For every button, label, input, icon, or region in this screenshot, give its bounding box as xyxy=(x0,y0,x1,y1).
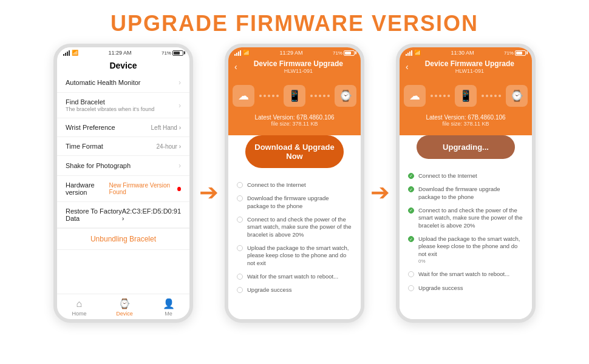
chevron-icon: › xyxy=(179,101,181,110)
phone3-filesize: file size: 378.11 KB xyxy=(400,121,532,127)
step-item: ✓ Download the firmware upgrade package … xyxy=(408,186,523,201)
me-icon: 👤 xyxy=(163,298,175,309)
dot xyxy=(490,95,492,97)
menu-shake[interactable]: Shake for Photograph › xyxy=(57,156,189,176)
step-label: Upload the package to the smart watch, p… xyxy=(418,235,523,258)
phone1-content: Automatic Health Monitor › Find Bracelet… xyxy=(57,73,189,294)
phone-icon: 📱 xyxy=(284,85,305,107)
menu-label: Shake for Photograph xyxy=(66,162,131,169)
nav-device-label: Device xyxy=(116,311,133,317)
dot xyxy=(264,95,266,97)
menu-label: Time Format xyxy=(66,143,103,150)
wifi-icon: 📶 xyxy=(72,50,78,56)
chevron-icon: › xyxy=(179,161,181,170)
restore-label: Restore To Factory Data xyxy=(66,207,122,222)
phone1-status-bar: 📶 11:29 AM 71% xyxy=(57,47,189,57)
hw-version-value: New Firmware Version Found xyxy=(109,182,175,195)
phone2-version: Latest Version: 67B.4860.106 xyxy=(228,114,361,121)
arrow1: ➔ xyxy=(199,181,219,204)
phone2-graphic: ☁ 📱 ⌚ xyxy=(228,79,361,114)
step-dot xyxy=(237,217,243,223)
step-dot xyxy=(237,245,243,251)
restore-value: A2:C3:EF:D5:D0:91 › xyxy=(122,207,181,222)
step-item: Connect to the Internet xyxy=(237,181,352,189)
phone1-battery-pct: 71% xyxy=(162,50,171,56)
step-label: Upload the package to the smart watch, p… xyxy=(247,244,352,267)
dot xyxy=(276,95,279,97)
phone3-battery-pct: 71% xyxy=(504,50,514,56)
nav-me-label: Me xyxy=(165,311,172,317)
phone3-graphic: ☁ 📱 ⌚ xyxy=(400,79,532,114)
menu-right-val: 24-hour › xyxy=(156,143,181,150)
menu-wrist[interactable]: Wrist Preference Left Hand › xyxy=(57,118,189,137)
phone2-header: ‹ Device Firmware Upgrade HLW11-091 xyxy=(228,57,361,79)
step-item: ✓ Connect to and check the power of the … xyxy=(408,207,523,229)
menu-label: Find Bracelet xyxy=(66,98,154,106)
phone1-header: Device xyxy=(57,57,189,73)
battery-icon xyxy=(515,50,526,56)
dot xyxy=(486,95,488,97)
step-dot-done: ✓ xyxy=(408,173,414,179)
step-label: Download the firmware upgrade package to… xyxy=(247,195,352,210)
signal-icon xyxy=(406,50,412,56)
step-dot xyxy=(237,195,243,201)
battery-icon xyxy=(344,50,355,56)
step-item: Upload the package to the smart watch, p… xyxy=(237,244,352,267)
phones-row: 📶 11:29 AM 71% Device Automatic Health M… xyxy=(0,44,589,323)
download-upgrade-button[interactable]: Download & Upgrade Now xyxy=(245,135,344,168)
unbundle-button[interactable]: Unbundling Bracelet xyxy=(57,228,189,250)
menu-find-bracelet[interactable]: Find Bracelet The bracelet vibrates when… xyxy=(57,93,189,118)
hw-version-label: Hardware version xyxy=(66,181,109,196)
phone1: 📶 11:29 AM 71% Device Automatic Health M… xyxy=(53,44,193,323)
step-dot xyxy=(237,182,243,188)
step-item: Upgrade success xyxy=(237,286,352,294)
nav-home[interactable]: ⌂ Home xyxy=(72,298,86,317)
restore-row[interactable]: Restore To Factory Data A2:C3:EF:D5:D0:9… xyxy=(57,202,189,228)
step-item: Wait for the smart watch to reboot... xyxy=(408,271,523,278)
phone3-sub: HLW11-091 xyxy=(414,68,526,74)
home-icon: ⌂ xyxy=(77,298,83,309)
nav-me[interactable]: 👤 Me xyxy=(163,298,175,317)
device-icon: ⌚ xyxy=(118,298,131,309)
signal-icon xyxy=(63,50,70,56)
phone2-battery-pct: 71% xyxy=(333,50,342,56)
battery-icon xyxy=(172,50,183,56)
step-label: Connect to the Internet xyxy=(247,181,306,189)
dot xyxy=(268,95,270,97)
dot xyxy=(499,95,501,97)
phone2-time: 11:29 AM xyxy=(279,50,302,56)
upgrading-button: Upgrading... xyxy=(417,135,515,159)
step-label: Wait for the smart watch to reboot... xyxy=(247,273,338,280)
phone2-sub: HLW11-091 xyxy=(242,68,355,74)
step-item: Download the firmware upgrade package to… xyxy=(237,195,352,210)
dot xyxy=(323,95,325,97)
step-item: Wait for the smart watch to reboot... xyxy=(237,273,352,280)
back-arrow-icon[interactable]: ‹ xyxy=(234,62,237,72)
dot xyxy=(272,95,274,97)
cloud-icon: ☁ xyxy=(404,85,426,107)
back-arrow-icon[interactable]: ‹ xyxy=(406,62,409,72)
phone3-steps: ✓ Connect to the Internet ✓ Download the… xyxy=(400,167,532,319)
step-label: Upgrade success xyxy=(418,285,463,292)
hw-badge: New Firmware Version Found xyxy=(109,182,181,195)
phone2-title: Device Firmware Upgrade xyxy=(242,59,355,68)
dot xyxy=(431,95,433,97)
phone1-time: 11:29 AM xyxy=(108,50,131,56)
step-label: Connect to the Internet xyxy=(418,172,477,180)
menu-time-format[interactable]: Time Format 24-hour › xyxy=(57,137,189,156)
menu-auto-health[interactable]: Automatic Health Monitor › xyxy=(57,73,189,93)
watch-icon: ⌚ xyxy=(506,85,528,107)
dot xyxy=(482,95,484,97)
phone3-status-bar: 📶 11:30 AM 71% xyxy=(400,47,532,57)
menu-subtitle: The bracelet vibrates when it's found xyxy=(66,106,154,112)
step-item: ✓ Upload the package to the smart watch,… xyxy=(408,235,523,265)
phone2-version-info: Latest Version: 67B.4860.106 file size: … xyxy=(228,114,361,135)
hw-version-row[interactable]: Hardware version New Firmware Version Fo… xyxy=(57,176,189,202)
dot xyxy=(443,95,446,97)
step-dot-done: ✓ xyxy=(408,207,414,214)
cloud-icon: ☁ xyxy=(233,85,254,107)
step-dot-done: ✓ xyxy=(408,186,414,192)
nav-device[interactable]: ⌚ Device xyxy=(116,298,133,317)
phone-icon: 📱 xyxy=(455,85,477,107)
phone3-time: 11:30 AM xyxy=(451,50,474,56)
